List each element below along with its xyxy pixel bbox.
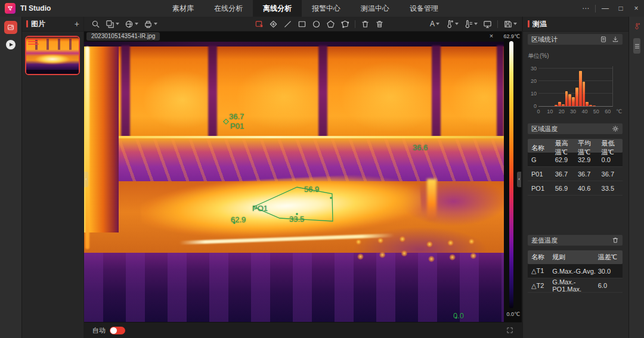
nav-tab-3[interactable]: 离线分析 (253, 0, 302, 17)
auto-toggle[interactable] (110, 327, 125, 334)
nav-tab-5[interactable]: 测温中心 (351, 0, 400, 17)
rectangle-tool[interactable] (298, 20, 306, 29)
temp-params-button[interactable] (464, 20, 478, 29)
stats-report-button[interactable] (600, 36, 607, 43)
titlebar: TI Studio 素材库在线分析离线分析报警中心测温中心设备管理 ⋯ — □ … (0, 0, 644, 17)
accent-bar (528, 20, 530, 27)
nav-tab-4[interactable]: 报警中心 (302, 0, 351, 17)
nav-tab-6[interactable]: 设备管理 (400, 0, 448, 17)
table-cell: △T1 (531, 267, 552, 275)
point-tool[interactable] (269, 20, 278, 29)
fullscreen-button[interactable] (506, 327, 513, 334)
region-temp-settings-button[interactable] (612, 125, 619, 132)
display-settings-button[interactable] (483, 20, 492, 29)
right-rail (628, 17, 644, 338)
nav-tabs: 素材库在线分析离线分析报警中心测温中心设备管理 (162, 0, 448, 17)
measurement-annotation: 36.6 (413, 143, 428, 152)
save-button[interactable] (503, 20, 517, 29)
histogram-bar (583, 82, 586, 106)
histogram-plot: 01020300102030405060℃ (538, 66, 613, 107)
diff-temp-delete-button[interactable] (612, 237, 619, 244)
histogram-gridline (538, 80, 612, 81)
more-menu-button[interactable]: ⋯ (578, 0, 593, 17)
images-panel-header: 图片 + (22, 17, 83, 32)
clear-all-regions-button[interactable] (375, 20, 384, 29)
chevron-down-icon (474, 23, 478, 25)
maximize-button[interactable]: □ (613, 0, 628, 17)
diff-temp-title: 差值温度 (531, 236, 558, 245)
region-temp-title: 区域温度 (531, 125, 558, 134)
polygon-tool[interactable] (340, 20, 349, 29)
palette-icon (125, 20, 134, 29)
full-image-region-tool[interactable] (255, 20, 264, 29)
image-tab[interactable]: 20230105143541-IR.jpg (86, 32, 160, 41)
videos-mode-button[interactable] (4, 38, 17, 51)
printer-icon (144, 20, 153, 29)
monitor-icon (483, 20, 492, 29)
images-panel: 图片 + (22, 17, 83, 338)
histogram-xtick: 30 (570, 108, 576, 114)
pentagon-tool[interactable] (326, 20, 335, 29)
close-button[interactable]: × (628, 0, 644, 17)
chevron-down-icon (455, 23, 459, 25)
point-icon (269, 20, 278, 29)
thumbnail-footer (26, 70, 79, 74)
thermal-image[interactable]: 36.7P0136.656.9PO133.562.90.0 (84, 42, 504, 322)
column-header: 温差℃ (598, 253, 619, 262)
collapse-right-panel-handle[interactable]: ‹ (517, 172, 521, 187)
line-tool[interactable] (283, 20, 292, 29)
delete-region-button[interactable] (361, 20, 370, 29)
thumbnail-overlay-text (28, 39, 41, 46)
toolbar-divider (497, 20, 498, 28)
minmax-markers (233, 197, 457, 319)
measurement-panel-title: 测温 (532, 19, 547, 29)
histogram-bar (586, 102, 589, 106)
histogram-bar (589, 105, 592, 106)
nav-tab-2[interactable]: 在线分析 (204, 0, 253, 17)
stats-download-button[interactable] (612, 36, 619, 43)
colorbar[interactable] (509, 41, 513, 308)
rectangle-icon (298, 20, 306, 29)
table-cell: △T2 (531, 282, 552, 290)
temp-unit-button[interactable] (445, 20, 459, 29)
images-panel-title: 图片 (31, 19, 75, 29)
export-tool-button[interactable] (144, 20, 157, 29)
minimize-button[interactable]: — (597, 0, 613, 17)
trash-icon (612, 237, 619, 244)
text-style-button[interactable]: A (430, 20, 439, 29)
temperature-tool-button[interactable] (632, 21, 642, 31)
table-cell: 6.0 (598, 282, 619, 289)
left-rail (0, 17, 22, 338)
image-close-button[interactable]: × (487, 32, 496, 40)
image-thumbnail[interactable] (25, 36, 80, 75)
table-header-row: 名称最高温℃平均温℃最低温℃ (528, 139, 623, 153)
histogram-bar (572, 97, 575, 106)
region-temp-header: 区域温度 (528, 123, 623, 134)
table-cell: 56.9 (555, 185, 578, 192)
nav-tab-1[interactable]: 素材库 (162, 0, 204, 17)
chevron-down-icon (116, 23, 119, 25)
panel-list-button[interactable] (633, 38, 640, 54)
chevron-down-icon (513, 23, 517, 25)
palette-tool-button[interactable] (125, 20, 138, 29)
thermometer-icon (445, 20, 454, 29)
viewer-toolbar: A (84, 17, 522, 32)
colorbar-min-label: 0.0℃ (506, 311, 520, 317)
video-play-icon (6, 40, 16, 49)
table-cell: 32.9 (578, 156, 602, 163)
table-header-row: 名称规则温差℃ (528, 250, 623, 264)
histogram-bar (562, 104, 565, 106)
table-row[interactable]: △T1G.Max.-G.Avg.30.0 (528, 264, 623, 278)
table-row[interactable]: P0136.736.736.7 (528, 167, 623, 181)
table-row[interactable]: PO156.940.633.5 (528, 181, 623, 196)
table-row[interactable]: △T2G.Max.-PO1.Max.6.0 (528, 278, 623, 293)
table-cell: G.Max.-G.Avg. (552, 268, 597, 275)
zoom-tool-button[interactable] (91, 20, 100, 29)
pentagon-icon (326, 20, 335, 29)
histogram-xunit: ℃ (616, 108, 622, 114)
compare-tool-button[interactable] (106, 20, 119, 29)
images-mode-button[interactable] (4, 21, 17, 34)
add-image-button[interactable]: + (75, 19, 79, 29)
collapse-left-panel-handle[interactable]: ‹ (84, 172, 88, 187)
ellipse-tool[interactable] (312, 20, 321, 29)
